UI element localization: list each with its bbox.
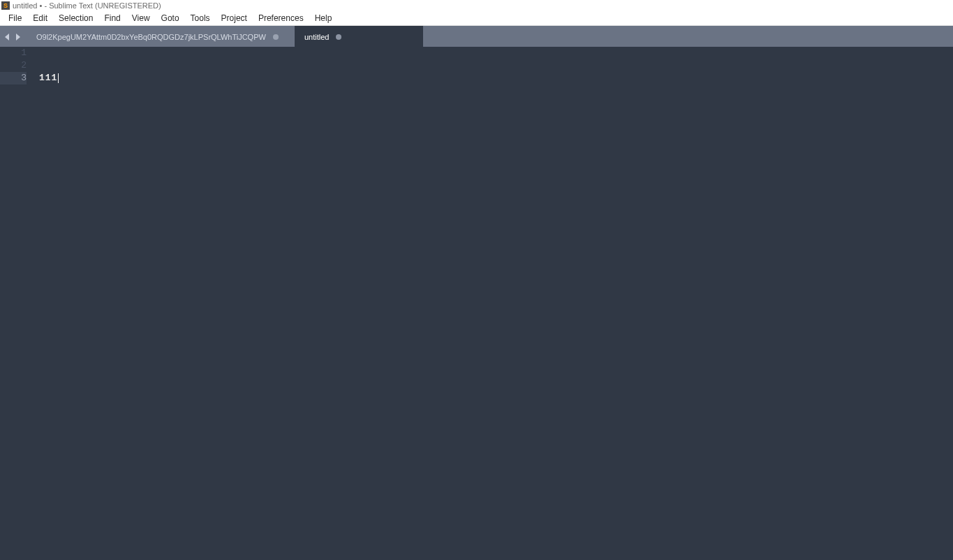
menu-find[interactable]: Find bbox=[98, 11, 126, 25]
app-icon: S bbox=[1, 1, 10, 10]
gutter-line-current: 3 bbox=[0, 72, 27, 84]
editor[interactable]: 1 2 3 111 bbox=[0, 47, 953, 560]
tab-label: O9l2KpegUM2YAttm0D2bxYeBq0RQDGDz7jkLPSrQ… bbox=[36, 33, 266, 41]
titlebar: S untitled • - Sublime Text (UNREGISTERE… bbox=[0, 0, 953, 11]
menu-edit[interactable]: Edit bbox=[27, 11, 53, 25]
tab-dirty-icon bbox=[336, 34, 341, 40]
tab-nav-prev-icon[interactable] bbox=[4, 34, 11, 40]
code-line-current: 111 bbox=[35, 72, 953, 84]
menu-file[interactable]: File bbox=[3, 11, 27, 25]
code-line bbox=[35, 59, 953, 72]
menu-preferences[interactable]: Preferences bbox=[253, 11, 309, 25]
menu-help[interactable]: Help bbox=[309, 11, 338, 25]
tab-file-2[interactable]: untitled bbox=[295, 26, 423, 47]
menu-project[interactable]: Project bbox=[216, 11, 253, 25]
svg-marker-0 bbox=[5, 34, 9, 40]
tab-dirty-icon bbox=[273, 34, 279, 40]
gutter-line: 1 bbox=[0, 47, 27, 59]
menubar: File Edit Selection Find View Goto Tools… bbox=[0, 11, 953, 26]
window-title: untitled • - Sublime Text (UNREGISTERED) bbox=[13, 1, 161, 10]
tab-label: untitled bbox=[304, 33, 329, 41]
gutter: 1 2 3 bbox=[0, 47, 35, 560]
menu-view[interactable]: View bbox=[126, 11, 156, 25]
caret bbox=[58, 73, 59, 83]
svg-marker-1 bbox=[16, 34, 20, 40]
menu-selection[interactable]: Selection bbox=[53, 11, 98, 25]
tab-file-1[interactable]: O9l2KpegUM2YAttm0D2bxYeBq0RQDGDz7jkLPSrQ… bbox=[27, 26, 295, 47]
gutter-line: 2 bbox=[0, 59, 27, 72]
tab-nav-arrows bbox=[0, 26, 27, 47]
tab-nav-next-icon[interactable] bbox=[14, 34, 21, 40]
menu-goto[interactable]: Goto bbox=[156, 11, 185, 25]
code-line bbox=[35, 47, 953, 59]
code-area[interactable]: 111 bbox=[35, 47, 953, 560]
tabstrip: O9l2KpegUM2YAttm0D2bxYeBq0RQDGDz7jkLPSrQ… bbox=[0, 26, 953, 47]
menu-tools[interactable]: Tools bbox=[185, 11, 216, 25]
